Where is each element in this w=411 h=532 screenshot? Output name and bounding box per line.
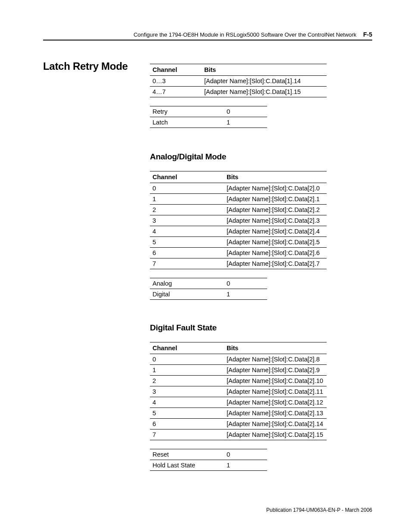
cell-channel: 4 (150, 397, 224, 408)
cell-channel: 1 (150, 194, 224, 205)
table-row: 1[Adapter Name]:[Slot]:C.Data[2].1 (150, 194, 327, 205)
cell-bits: [Adapter Name]:[Slot]:C.Data[2].9 (224, 365, 327, 376)
table-row: 2[Adapter Name]:[Slot]:C.Data[2].2 (150, 205, 327, 215)
cell-key: Digital (150, 289, 224, 300)
cell-channel: 3 (150, 386, 224, 397)
cell-bits: [Adapter Name]:[Slot]:C.Data[1].15 (202, 87, 327, 97)
cell-value: 1 (224, 117, 267, 128)
cell-value: 0 (224, 449, 267, 460)
content-area: Channel Bits 0…3 [Adapter Name]:[Slot]:C… (150, 64, 345, 471)
cell-key: Retry (150, 106, 224, 117)
table-row: 5[Adapter Name]:[Slot]:C.Data[2].5 (150, 237, 327, 248)
table-row: Hold Last State 1 (150, 460, 267, 471)
table-row: Latch 1 (150, 117, 267, 128)
table-row: 6[Adapter Name]:[Slot]:C.Data[2].6 (150, 248, 327, 258)
table-analog-digital: Channel Bits 0[Adapter Name]:[Slot]:C.Da… (150, 171, 327, 269)
table-header-row: Channel Bits (150, 64, 327, 76)
cell-channel: 0…3 (150, 76, 202, 87)
cell-bits: [Adapter Name]:[Slot]:C.Data[2].11 (224, 386, 327, 397)
cell-channel: 7 (150, 429, 224, 440)
table-row: 4[Adapter Name]:[Slot]:C.Data[2].4 (150, 226, 327, 237)
col-header-channel: Channel (150, 64, 202, 76)
cell-channel: 0 (150, 354, 224, 365)
table-digital-fault-lookup: Reset 0 Hold Last State 1 (150, 449, 267, 471)
table-row: 7[Adapter Name]:[Slot]:C.Data[2].15 (150, 429, 327, 440)
cell-value: 1 (224, 289, 267, 300)
table-analog-digital-lookup: Analog 0 Digital 1 (150, 278, 267, 300)
table-row: 4[Adapter Name]:[Slot]:C.Data[2].12 (150, 397, 327, 408)
table-row: 1[Adapter Name]:[Slot]:C.Data[2].9 (150, 365, 327, 376)
table-row: Retry 0 (150, 106, 267, 117)
table-row: Digital 1 (150, 289, 267, 300)
cell-channel: 0 (150, 183, 224, 194)
cell-channel: 3 (150, 215, 224, 226)
section-heading-latch-retry-mode: Latch Retry Mode (43, 60, 128, 72)
cell-bits: [Adapter Name]:[Slot]:C.Data[2].15 (224, 429, 327, 440)
cell-channel: 5 (150, 237, 224, 248)
cell-bits: [Adapter Name]:[Slot]:C.Data[2].12 (224, 397, 327, 408)
table-row: 5[Adapter Name]:[Slot]:C.Data[2].13 (150, 408, 327, 419)
col-header-bits: Bits (224, 342, 327, 354)
cell-value: 0 (224, 278, 267, 289)
cell-channel: 7 (150, 258, 224, 269)
cell-value: 1 (224, 460, 267, 471)
cell-channel: 6 (150, 248, 224, 258)
table-row: Reset 0 (150, 449, 267, 460)
table-digital-fault: Channel Bits 0[Adapter Name]:[Slot]:C.Da… (150, 342, 327, 440)
col-header-channel: Channel (150, 171, 224, 183)
page-header: Configure the 1794-OE8H Module in RSLogi… (43, 31, 372, 40)
cell-channel: 4…7 (150, 87, 202, 97)
cell-bits: [Adapter Name]:[Slot]:C.Data[2].4 (224, 226, 327, 237)
table-latch-retry-lookup: Retry 0 Latch 1 (150, 106, 267, 128)
table-row: 0[Adapter Name]:[Slot]:C.Data[2].0 (150, 183, 327, 194)
table-row: 3[Adapter Name]:[Slot]:C.Data[2].3 (150, 215, 327, 226)
cell-bits: [Adapter Name]:[Slot]:C.Data[2].2 (224, 205, 327, 215)
section-heading-digital-fault-state: Digital Fault State (150, 323, 345, 333)
cell-bits: [Adapter Name]:[Slot]:C.Data[1].14 (202, 76, 327, 87)
cell-key: Latch (150, 117, 224, 128)
cell-bits: [Adapter Name]:[Slot]:C.Data[2].10 (224, 376, 327, 386)
table-row: 7[Adapter Name]:[Slot]:C.Data[2].7 (150, 258, 327, 269)
table-row: 2[Adapter Name]:[Slot]:C.Data[2].10 (150, 376, 327, 386)
table-row: 0[Adapter Name]:[Slot]:C.Data[2].8 (150, 354, 327, 365)
cell-key: Analog (150, 278, 224, 289)
cell-bits: [Adapter Name]:[Slot]:C.Data[2].7 (224, 258, 327, 269)
cell-bits: [Adapter Name]:[Slot]:C.Data[2].8 (224, 354, 327, 365)
col-header-bits: Bits (224, 171, 327, 183)
cell-bits: [Adapter Name]:[Slot]:C.Data[2].1 (224, 194, 327, 205)
table-header-row: Channel Bits (150, 342, 327, 354)
col-header-bits: Bits (202, 64, 327, 76)
cell-channel: 5 (150, 408, 224, 419)
col-header-channel: Channel (150, 342, 224, 354)
table-row: 0…3 [Adapter Name]:[Slot]:C.Data[1].14 (150, 76, 327, 87)
cell-bits: [Adapter Name]:[Slot]:C.Data[2].5 (224, 237, 327, 248)
cell-bits: [Adapter Name]:[Slot]:C.Data[2].3 (224, 215, 327, 226)
cell-bits: [Adapter Name]:[Slot]:C.Data[2].14 (224, 419, 327, 429)
cell-bits: [Adapter Name]:[Slot]:C.Data[2].0 (224, 183, 327, 194)
cell-channel: 2 (150, 205, 224, 215)
page-footer: Publication 1794-UM063A-EN-P - March 200… (266, 507, 372, 513)
cell-key: Reset (150, 449, 224, 460)
cell-bits: [Adapter Name]:[Slot]:C.Data[2].6 (224, 248, 327, 258)
cell-channel: 1 (150, 365, 224, 376)
cell-value: 0 (224, 106, 267, 117)
cell-channel: 2 (150, 376, 224, 386)
table-row: 4…7 [Adapter Name]:[Slot]:C.Data[1].15 (150, 87, 327, 97)
cell-bits: [Adapter Name]:[Slot]:C.Data[2].13 (224, 408, 327, 419)
table-latch-retry: Channel Bits 0…3 [Adapter Name]:[Slot]:C… (150, 64, 327, 97)
section-heading-analog-digital-mode: Analog/Digital Mode (150, 152, 345, 162)
table-header-row: Channel Bits (150, 171, 327, 183)
cell-channel: 4 (150, 226, 224, 237)
table-row: 3[Adapter Name]:[Slot]:C.Data[2].11 (150, 386, 327, 397)
table-row: Analog 0 (150, 278, 267, 289)
cell-key: Hold Last State (150, 460, 224, 471)
cell-channel: 6 (150, 419, 224, 429)
table-row: 6[Adapter Name]:[Slot]:C.Data[2].14 (150, 419, 327, 429)
header-page-number: F-5 (363, 31, 372, 38)
header-title: Configure the 1794-OE8H Module in RSLogi… (134, 31, 356, 38)
